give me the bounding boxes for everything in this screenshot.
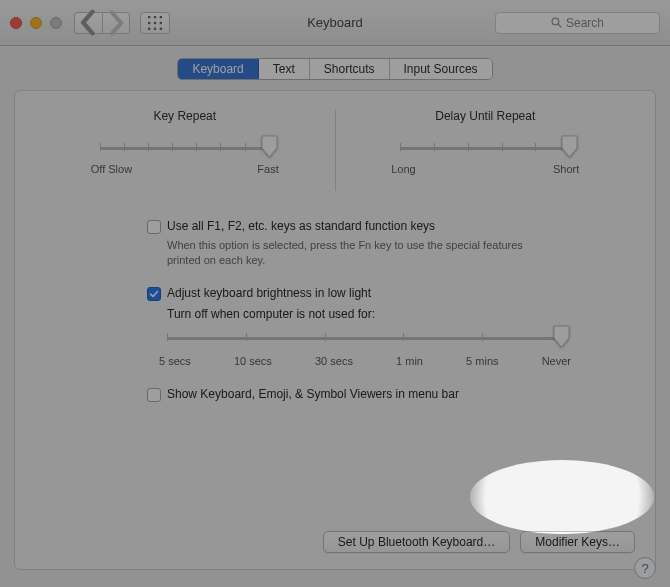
key-repeat-max: Fast <box>257 163 278 175</box>
tab-bar: Keyboard Text Shortcuts Input Sources <box>14 58 656 80</box>
key-repeat-label: Key Repeat <box>153 109 216 123</box>
prefpane-body: Keyboard Text Shortcuts Input Sources Ke… <box>0 46 670 587</box>
back-button[interactable] <box>74 12 102 34</box>
show-viewers-label: Show Keyboard, Emoji, & Symbol Viewers i… <box>167 387 459 401</box>
auto-brightness-label: Adjust keyboard brightness in low light <box>167 286 371 300</box>
key-repeat-slider[interactable] <box>100 139 270 157</box>
svg-rect-5 <box>160 21 162 23</box>
forward-button[interactable] <box>102 12 130 34</box>
tab-input-sources[interactable]: Input Sources <box>390 59 492 79</box>
auto-brightness-checkbox[interactable] <box>147 287 161 301</box>
search-icon <box>551 17 562 28</box>
help-button[interactable]: ? <box>634 557 656 579</box>
tab-keyboard[interactable]: Keyboard <box>178 59 258 79</box>
fn-keys-hint: When this option is selected, press the … <box>167 238 527 268</box>
fn-keys-row: Use all F1, F2, etc. keys as standard fu… <box>147 219 631 234</box>
bottom-buttons: Set Up Bluetooth Keyboard… Modifier Keys… <box>323 531 635 553</box>
svg-rect-2 <box>160 16 162 18</box>
svg-rect-7 <box>154 27 156 29</box>
turnoff-label: Turn off when computer is not used for: <box>167 307 631 321</box>
show-all-button[interactable] <box>140 12 170 34</box>
fn-keys-checkbox[interactable] <box>147 220 161 234</box>
search-placeholder: Search <box>566 16 604 30</box>
key-repeat-group: Key Repeat Off Slow Fast <box>39 109 331 191</box>
keyboard-panel: Key Repeat Off Slow Fast Del <box>14 90 656 570</box>
svg-rect-8 <box>160 27 162 29</box>
repeat-sliders-row: Key Repeat Off Slow Fast Del <box>39 109 631 191</box>
tab-shortcuts[interactable]: Shortcuts <box>310 59 390 79</box>
slider-divider <box>335 109 336 191</box>
show-viewers-row: Show Keyboard, Emoji, & Symbol Viewers i… <box>147 387 631 402</box>
turnoff-slider-group <box>167 329 562 347</box>
bluetooth-keyboard-button[interactable]: Set Up Bluetooth Keyboard… <box>323 531 510 553</box>
show-viewers-checkbox[interactable] <box>147 388 161 402</box>
svg-rect-6 <box>148 27 150 29</box>
auto-brightness-row: Adjust keyboard brightness in low light <box>147 286 631 301</box>
titlebar: Keyboard Search <box>0 0 670 46</box>
window-controls <box>10 17 62 29</box>
delay-label: Delay Until Repeat <box>435 109 535 123</box>
search-input[interactable]: Search <box>495 12 660 34</box>
slider-knob[interactable] <box>261 135 278 158</box>
svg-rect-0 <box>148 16 150 18</box>
preferences-window: Keyboard Search Keyboard Text Shortcuts … <box>0 0 670 587</box>
svg-rect-4 <box>154 21 156 23</box>
key-repeat-min: Off Slow <box>91 163 132 175</box>
zoom-window-button[interactable] <box>50 17 62 29</box>
svg-rect-3 <box>148 21 150 23</box>
options-block: Use all F1, F2, etc. keys as standard fu… <box>147 219 631 402</box>
check-icon <box>149 289 159 299</box>
slider-knob[interactable] <box>561 135 578 158</box>
nav-buttons <box>74 12 130 34</box>
turnoff-tick-labels: 5 secs 10 secs 30 secs 1 min 5 mins Neve… <box>159 355 571 367</box>
close-window-button[interactable] <box>10 17 22 29</box>
svg-line-10 <box>558 24 561 27</box>
delay-max: Short <box>553 163 579 175</box>
minimize-window-button[interactable] <box>30 17 42 29</box>
slider-knob[interactable] <box>553 325 570 348</box>
delay-group: Delay Until Repeat Long Short <box>340 109 632 191</box>
fn-keys-label: Use all F1, F2, etc. keys as standard fu… <box>167 219 435 233</box>
delay-slider[interactable] <box>400 139 570 157</box>
svg-rect-1 <box>154 16 156 18</box>
turnoff-slider[interactable] <box>167 329 562 347</box>
tab-text[interactable]: Text <box>259 59 310 79</box>
delay-min: Long <box>391 163 415 175</box>
modifier-keys-button[interactable]: Modifier Keys… <box>520 531 635 553</box>
